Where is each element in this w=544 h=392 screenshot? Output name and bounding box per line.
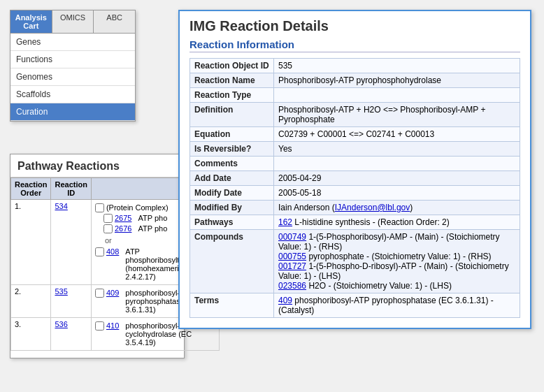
value-compounds: 000749 1-(5-Phosphoribosyl)-AMP - (Main)…	[274, 230, 520, 293]
value-equation: C02739 + C00001 <=> C02741 + C00013	[274, 127, 520, 142]
reaction-info-table: Reaction Object ID 535 Reaction Name Pho…	[189, 58, 520, 318]
gene-410-link[interactable]: 410	[106, 321, 119, 330]
modified-by-link[interactable]: IJAnderson@lbl.gov	[335, 203, 410, 212]
gene-408-checkbox[interactable]	[95, 247, 104, 256]
compound-023586-link[interactable]: 023586	[278, 281, 306, 291]
label-compounds: Compounds	[190, 230, 274, 293]
row1-id[interactable]: 534	[51, 200, 91, 285]
value-comments	[274, 157, 520, 171]
value-reaction-object-id: 535	[274, 59, 520, 73]
field-reaction-name: Reaction Name Phosphoribosyl-ATP pyropho…	[190, 73, 520, 88]
label-reaction-name: Reaction Name	[190, 73, 274, 88]
row3-id[interactable]: 536	[51, 318, 91, 351]
gene-2675-checkbox[interactable]	[103, 214, 113, 223]
field-pathways: Pathways 162 L-histidine synthesis - (Re…	[190, 215, 520, 230]
label-reversible: Is Reversible?	[190, 142, 274, 157]
compound-000749-link[interactable]: 000749	[278, 232, 306, 242]
gene-409-link[interactable]: 409	[106, 289, 119, 297]
analysis-cart-panel: Analysis Cart OMICS ABC Genes Functions …	[10, 10, 136, 122]
field-compounds: Compounds 000749 1-(5-Phosphoribosyl)-AM…	[190, 230, 520, 293]
gene-2676-link[interactable]: 2676	[115, 224, 131, 233]
tab-omics[interactable]: OMICS	[52, 10, 94, 33]
field-reaction-object-id: Reaction Object ID 535	[190, 59, 520, 73]
field-definition: Definition Phosphoribosyl-ATP + H2O <=> …	[190, 103, 520, 127]
compound-000755: 000755 pyrophosphate - (Stoichiometry Va…	[278, 252, 515, 261]
compound-000749: 000749 1-(5-Phosphoribosyl)-AMP - (Main)…	[278, 232, 515, 252]
value-terms: 409 phosphoribosyl-ATP pyrophosphatase (…	[274, 293, 520, 318]
label-comments: Comments	[190, 157, 274, 171]
field-reaction-type: Reaction Type	[190, 88, 520, 103]
value-modify-date: 2005-05-18	[274, 186, 520, 201]
gene-2675-link[interactable]: 2675	[115, 214, 131, 222]
gene-2675-text: ATP pho	[138, 214, 167, 222]
value-modified-by: Iain Anderson (IJAnderson@lbl.gov)	[274, 201, 520, 215]
pathway-reactions-title: Pathway Reactions	[10, 154, 184, 177]
gene-2676-text: ATP pho	[138, 224, 167, 233]
pathway-reactions-panel: Pathway Reactions ReactionOrder Reaction…	[10, 154, 185, 358]
tab-abc[interactable]: ABC	[94, 10, 135, 33]
field-modified-by: Modified By Iain Anderson (IJAnderson@lb…	[190, 201, 520, 215]
compound-023586: 023586 H2O - (Stoichiometry Value: 1) - …	[278, 281, 515, 291]
field-comments: Comments	[190, 157, 520, 171]
pathway-162-link[interactable]: 162	[278, 217, 292, 227]
nav-curation[interactable]: Curation	[10, 103, 135, 121]
field-terms: Terms 409 phosphoribosyl-ATP pyrophospha…	[190, 293, 520, 318]
gene-410-checkbox[interactable]	[95, 321, 104, 331]
field-reversible: Is Reversible? Yes	[190, 142, 520, 157]
reaction-info-section-title: Reaction Information	[189, 38, 520, 52]
label-modify-date: Modify Date	[190, 186, 274, 201]
value-reversible: Yes	[274, 142, 520, 157]
col-reaction-id: ReactionID	[51, 178, 91, 200]
panel-iii-title: IMG Reaction Details	[189, 18, 520, 34]
value-reaction-type	[274, 88, 520, 103]
value-add-date: 2005-04-29	[274, 171, 520, 186]
protein-complex-label: (Protein Complex)	[106, 203, 169, 212]
value-pathways: 162 L-histidine synthesis - (Reaction Or…	[274, 215, 520, 230]
label-add-date: Add Date	[190, 171, 274, 186]
row3-order: 3.	[11, 318, 51, 351]
label-pathways: Pathways	[190, 215, 274, 230]
gene-408-link[interactable]: 408	[106, 247, 119, 256]
value-reaction-name: Phosphoribosyl-ATP pyrophosphohydrolase	[274, 73, 520, 88]
value-definition: Phosphoribosyl-ATP + H2O <=> Phosphoribo…	[274, 103, 520, 127]
nav-genomes[interactable]: Genomes	[10, 68, 135, 86]
label-definition: Definition	[190, 103, 274, 127]
row1-order: 1.	[11, 200, 51, 285]
field-modify-date: Modify Date 2005-05-18	[190, 186, 520, 201]
tabs-row: Analysis Cart OMICS ABC	[10, 10, 135, 34]
row2-id[interactable]: 535	[51, 285, 91, 318]
nav-functions[interactable]: Functions	[10, 51, 135, 68]
field-equation: Equation C02739 + C00001 <=> C02741 + C0…	[190, 127, 520, 142]
protein-complex-checkbox[interactable]	[95, 203, 104, 212]
gene-2676-checkbox[interactable]	[103, 224, 113, 233]
label-terms: Terms	[190, 293, 274, 318]
img-reaction-details-panel: IMG Reaction Details Reaction Informatio…	[178, 10, 531, 329]
col-reaction-order: ReactionOrder	[11, 178, 51, 200]
tab-analysis-cart[interactable]: Analysis Cart	[10, 10, 52, 33]
gene-409-checkbox[interactable]	[95, 289, 104, 298]
nav-genes[interactable]: Genes	[10, 34, 135, 51]
row2-order: 2.	[11, 285, 51, 318]
compound-001727-link[interactable]: 001727	[278, 261, 306, 271]
field-add-date: Add Date 2005-04-29	[190, 171, 520, 186]
label-modified-by: Modified By	[190, 201, 274, 215]
compound-000755-link[interactable]: 000755	[278, 252, 306, 261]
label-reaction-object-id: Reaction Object ID	[190, 59, 274, 73]
nav-scaffolds[interactable]: Scaffolds	[10, 86, 135, 103]
label-equation: Equation	[190, 127, 274, 142]
label-reaction-type: Reaction Type	[190, 88, 274, 103]
compound-001727: 001727 1-(5-Phospho-D-ribosyl)-ATP - (Ma…	[278, 261, 515, 281]
terms-409-link[interactable]: 409	[278, 296, 292, 305]
